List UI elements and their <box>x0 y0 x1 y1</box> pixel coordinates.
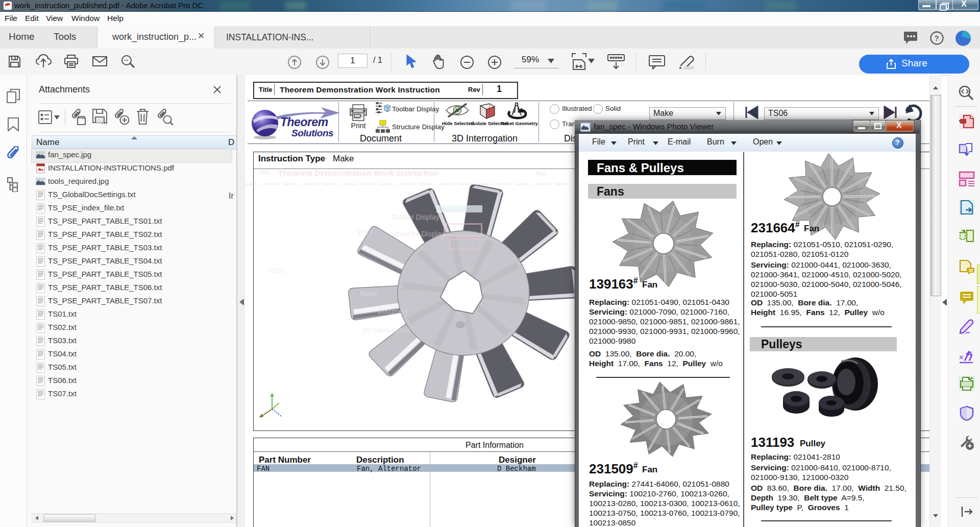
svg-text:×ℏ: ×ℏ <box>959 350 973 363</box>
svg-text:?: ? <box>935 34 939 42</box>
